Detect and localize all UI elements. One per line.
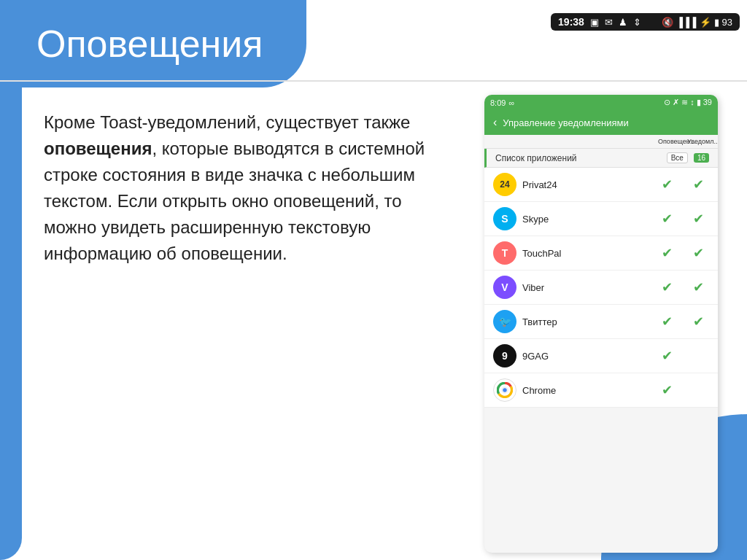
page-title: Оповещения — [0, 15, 263, 66]
app-row-viber: V Viber ✔ ✔ — [484, 271, 718, 305]
phone-status-bar: 8:09 ∞ ⊙ ✗ ≋ ↕ ▮ 39 — [484, 95, 718, 110]
check-notif-skype[interactable]: ✔ — [652, 211, 681, 227]
app-row-touchpal: T TouchPal ✔ ✔ — [484, 236, 718, 271]
app-icon-9gag: 9 — [493, 344, 516, 368]
phone-infinity: ∞ — [508, 98, 514, 107]
phone-status-right: ⊙ ✗ ≋ ↕ ▮ 39 — [664, 98, 712, 107]
app-list-header-row: Список приложений Все 16 — [484, 149, 718, 168]
phone-time: 8:09 — [490, 98, 506, 107]
status-right-icons: 🔇 ▐▐▐ ⚡ ▮ 93 — [662, 17, 732, 28]
app-row-skype: S Skype ✔ ✔ — [484, 202, 718, 236]
app-name-chrome: Chrome — [522, 385, 646, 396]
status-msg-icon: ▣ — [590, 17, 599, 28]
app-name-skype: Skype — [522, 214, 646, 225]
back-arrow-icon[interactable]: ‹ — [493, 116, 497, 129]
app-icon-viber: V — [493, 276, 516, 299]
header-divider — [0, 80, 747, 82]
svg-point-2 — [503, 388, 507, 392]
check-notif-touchpal[interactable]: ✔ — [652, 245, 681, 261]
status-mute-icon: 🔇 — [662, 17, 673, 28]
check-badge-skype[interactable]: ✔ — [687, 211, 709, 227]
status-person-icon: ♟ — [619, 17, 627, 28]
phone-nav-title: Управление уведомлениями — [503, 117, 628, 128]
app-icon-skype: S — [493, 207, 516, 230]
check-notif-viber[interactable]: ✔ — [652, 279, 681, 295]
app-name-touchpal: TouchPal — [522, 248, 646, 259]
status-usb-icon: ⇕ — [633, 17, 641, 28]
status-battery-pct: 93 — [722, 17, 732, 28]
check-notif-9gag[interactable]: ✔ — [652, 348, 681, 364]
col-opovestch-label: Оповещен... — [658, 138, 687, 145]
check-badge-twitter[interactable]: ✔ — [687, 314, 709, 330]
bold-word: оповещения — [44, 139, 152, 158]
status-bar: 19:38 ▣ ✉ ♟ ⇕ 🔇 ▐▐▐ ⚡ ▮ 93 — [551, 13, 740, 31]
badge-all[interactable]: Все — [667, 152, 688, 163]
check-badge-touchpal[interactable]: ✔ — [687, 245, 709, 261]
check-badge-privat24[interactable]: ✔ — [687, 176, 709, 192]
status-time: 19:38 — [558, 16, 584, 28]
app-row-9gag: 9 9GAG ✔ — [484, 339, 718, 373]
app-name-twitter: Твиттер — [522, 316, 646, 327]
badge-count: 16 — [694, 153, 709, 163]
check-notif-privat24[interactable]: ✔ — [652, 176, 681, 192]
text-section: Кроме Toast-уведомлений, существует такж… — [0, 88, 477, 560]
body-paragraph: Кроме Toast-уведомлений, существует такж… — [44, 109, 455, 267]
check-badge-viber[interactable]: ✔ — [687, 279, 709, 295]
app-name-privat24: Privat24 — [522, 179, 646, 190]
app-row-chrome: Chrome ✔ — [484, 373, 718, 408]
app-icon-chrome — [493, 378, 516, 402]
check-notif-chrome[interactable]: ✔ — [652, 382, 681, 398]
header: Оповещения 19:38 ▣ ✉ ♟ ⇕ 🔇 ▐▐▐ ⚡ ▮ 93 — [0, 0, 747, 80]
app-icon-privat24: 24 — [493, 173, 516, 196]
app-name-viber: Viber — [522, 282, 646, 293]
app-icon-touchpal: T — [493, 241, 516, 265]
phone-status-icons: ⊙ ✗ ≋ ↕ ▮ 39 — [664, 98, 712, 107]
app-row-twitter: 🐦 Твиттер ✔ ✔ — [484, 305, 718, 339]
phone-col-headers: Оповещен... Уведомл... — [484, 135, 718, 149]
status-lightning-icon: ⚡ — [700, 17, 711, 28]
status-battery-icon: ▮ — [714, 17, 719, 28]
status-signal-icon: ▐▐▐ — [676, 17, 697, 28]
app-row-privat24: 24 Privat24 ✔ ✔ — [484, 168, 718, 202]
status-mail-icon: ✉ — [605, 17, 613, 28]
phone-mockup: 8:09 ∞ ⊙ ✗ ≋ ↕ ▮ 39 ‹ Управление уведомл… — [484, 95, 718, 553]
col-uvedoml-label: Уведомл... — [687, 138, 709, 145]
app-icon-twitter: 🐦 — [493, 310, 516, 333]
app-list-label: Список приложений — [495, 153, 667, 163]
app-name-9gag: 9GAG — [522, 351, 646, 362]
phone-status-left: 8:09 ∞ — [490, 98, 514, 107]
check-notif-twitter[interactable]: ✔ — [652, 314, 681, 330]
main-content: Кроме Toast-уведомлений, существует такж… — [0, 88, 747, 560]
phone-nav-bar[interactable]: ‹ Управление уведомлениями — [484, 110, 718, 135]
